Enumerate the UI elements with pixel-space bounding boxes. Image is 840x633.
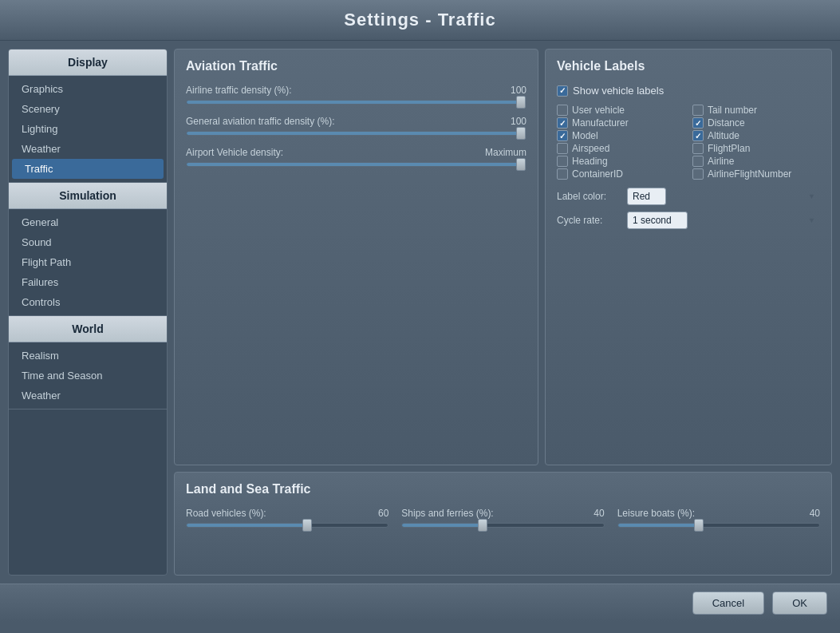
vehicle-labels-title: Vehicle Labels	[557, 59, 820, 73]
sidebar-item-scenery[interactable]: Scenery	[9, 99, 167, 119]
cb-model-label: Model	[572, 130, 598, 141]
label-color-row: Label color: Red Green Blue White Yellow	[557, 188, 820, 205]
airport-density-thumb[interactable]	[516, 158, 526, 171]
show-labels-label: Show vehicle labels	[573, 85, 664, 97]
sidebar-display-header: Display	[9, 49, 167, 76]
title-bar: Settings - Traffic	[0, 0, 840, 41]
airport-density-fill	[187, 163, 526, 166]
cb-heading-box[interactable]	[557, 156, 568, 167]
cb-airspeed: Airspeed	[557, 143, 684, 154]
cb-airline-box[interactable]	[692, 156, 704, 167]
aviation-panel: Aviation Traffic Airline traffic density…	[174, 49, 538, 465]
leisure-thumb[interactable]	[694, 519, 704, 532]
road-label: Road vehicles (%):	[186, 508, 266, 519]
show-labels-row: Show vehicle labels	[557, 85, 820, 97]
leisure-label: Leisure boats (%):	[617, 508, 695, 519]
sidebar-world-items: Realism Time and Season Weather	[9, 342, 167, 409]
cb-altitude-label: Altitude	[708, 130, 739, 141]
cb-heading: Heading	[557, 156, 684, 167]
airline-density-thumb[interactable]	[516, 96, 526, 109]
airline-density-fill	[187, 101, 526, 104]
cb-altitude-box[interactable]	[692, 130, 704, 141]
cb-user-vehicle-box[interactable]	[557, 105, 568, 116]
cb-airlineflightnumber-box[interactable]	[692, 168, 704, 180]
cb-flightplan-box[interactable]	[692, 143, 704, 154]
cb-tail-number-box[interactable]	[692, 105, 704, 116]
sidebar-item-time-and-season[interactable]: Time and Season	[9, 366, 167, 386]
cb-containerid: ContainerID	[557, 168, 684, 180]
vehicle-labels-panel: Vehicle Labels Show vehicle labels User …	[545, 49, 832, 465]
cb-manufacturer-label: Manufacturer	[572, 117, 629, 129]
ships-label: Ships and ferries (%):	[401, 508, 493, 519]
land-sea-title: Land and Sea Traffic	[186, 482, 820, 497]
cb-airline-label: Airline	[708, 156, 734, 167]
page-title: Settings - Traffic	[344, 10, 495, 30]
label-color-select[interactable]: Red Green Blue White Yellow	[627, 188, 666, 205]
cb-tail-number: Tail number	[692, 105, 820, 116]
ok-button[interactable]: OK	[772, 591, 827, 615]
content-area: Aviation Traffic Airline traffic density…	[174, 49, 832, 576]
sidebar-item-lighting[interactable]: Lighting	[9, 119, 167, 139]
show-labels-checkbox[interactable]	[557, 85, 568, 97]
sidebar-item-sound[interactable]: Sound	[9, 232, 167, 252]
sidebar-item-general[interactable]: General	[9, 212, 167, 232]
cb-manufacturer-box[interactable]	[557, 117, 568, 129]
cb-airlineflightnumber: AirlineFlightNumber	[692, 168, 820, 180]
ships-thumb[interactable]	[478, 519, 487, 532]
land-sea-sliders: Road vehicles (%): 60 Ships and ferries …	[186, 508, 820, 528]
leisure-track[interactable]	[617, 523, 820, 528]
cb-distance-box[interactable]	[692, 117, 704, 129]
cb-airspeed-box[interactable]	[557, 143, 568, 154]
sidebar-item-graphics[interactable]: Graphics	[9, 79, 167, 99]
road-thumb[interactable]	[302, 519, 312, 532]
label-color-wrapper: Red Green Blue White Yellow	[627, 188, 820, 205]
airport-density-track[interactable]	[186, 162, 526, 167]
cycle-rate-wrapper: 1 second 2 seconds 5 seconds 10 seconds	[627, 212, 820, 229]
cancel-button[interactable]: Cancel	[692, 591, 764, 615]
airline-density-track[interactable]	[186, 100, 526, 105]
ships-col: Ships and ferries (%): 40	[401, 508, 604, 528]
sidebar-item-weather-world[interactable]: Weather	[9, 386, 167, 406]
sidebar-item-traffic[interactable]: Traffic	[12, 159, 164, 179]
sidebar-item-flight-path[interactable]: Flight Path	[9, 252, 167, 272]
cb-containerid-box[interactable]	[557, 168, 568, 180]
road-value: 60	[378, 508, 388, 519]
cb-distance-label: Distance	[708, 117, 745, 129]
sidebar-item-controls[interactable]: Controls	[9, 292, 167, 312]
main-layout: Display Graphics Scenery Lighting Weathe…	[0, 41, 840, 584]
land-sea-panel: Land and Sea Traffic Road vehicles (%): …	[174, 472, 832, 576]
general-density-row: General aviation traffic density (%): 10…	[186, 116, 526, 136]
cycle-rate-row: Cycle rate: 1 second 2 seconds 5 seconds…	[557, 212, 820, 229]
cb-flightplan-label: FlightPlan	[708, 143, 750, 154]
sidebar-item-failures[interactable]: Failures	[9, 272, 167, 292]
road-track[interactable]	[186, 523, 388, 528]
cb-airspeed-label: Airspeed	[572, 143, 609, 154]
general-density-label: General aviation traffic density (%):	[186, 116, 335, 127]
cycle-rate-select[interactable]: 1 second 2 seconds 5 seconds 10 seconds	[627, 212, 688, 229]
sidebar-item-weather[interactable]: Weather	[9, 139, 167, 159]
airport-density-value: Maximum	[485, 147, 526, 158]
aviation-title: Aviation Traffic	[186, 59, 526, 73]
cb-model-box[interactable]	[557, 130, 568, 141]
airport-density-row: Airport Vehicle density: Maximum	[186, 147, 526, 167]
cb-user-vehicle-label: User vehicle	[572, 105, 625, 116]
sidebar-item-realism[interactable]: Realism	[9, 346, 167, 366]
cb-flightplan: FlightPlan	[692, 143, 820, 154]
top-panels: Aviation Traffic Airline traffic density…	[174, 49, 832, 465]
general-density-thumb[interactable]	[516, 127, 526, 140]
sidebar-simulation-header: Simulation	[9, 183, 167, 209]
cb-distance: Distance	[692, 117, 820, 129]
airline-density-label: Airline traffic density (%):	[186, 85, 292, 96]
general-density-fill	[187, 132, 526, 135]
label-color-label: Label color:	[557, 191, 621, 202]
road-vehicles-col: Road vehicles (%): 60	[186, 508, 388, 528]
road-fill	[187, 524, 307, 527]
sidebar-simulation-items: General Sound Flight Path Failures Contr…	[9, 209, 167, 316]
cb-heading-label: Heading	[572, 156, 608, 167]
airline-density-row: Airline traffic density (%): 100	[186, 85, 526, 105]
general-density-track[interactable]	[186, 131, 526, 136]
ships-track[interactable]	[401, 523, 604, 528]
cycle-rate-label: Cycle rate:	[557, 215, 621, 226]
cb-altitude: Altitude	[692, 130, 820, 141]
checkbox-grid: User vehicle Tail number Manufacturer Di…	[557, 105, 820, 180]
